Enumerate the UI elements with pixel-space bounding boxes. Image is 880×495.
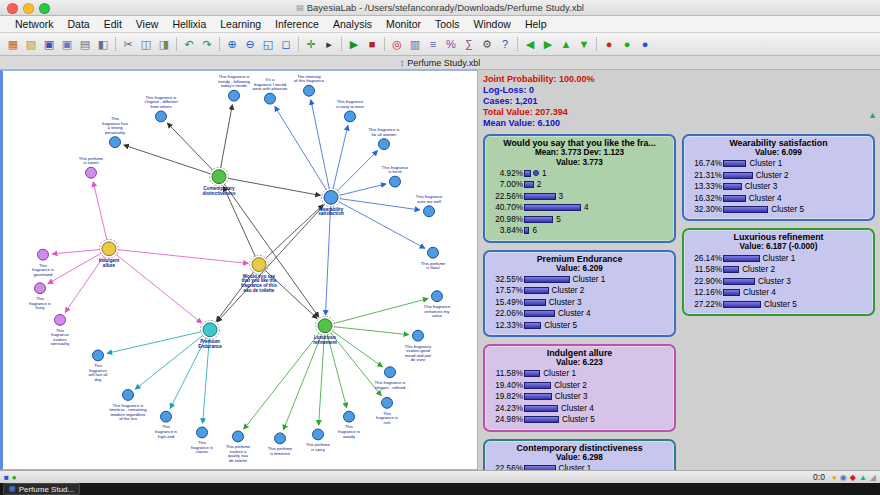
monitor-state-row[interactable]: 32.30%Cluster 5	[688, 204, 869, 216]
menu-inference[interactable]: Inference	[268, 18, 326, 30]
open-network-icon[interactable]: ▧	[22, 35, 40, 53]
node-p_feminine[interactable]	[275, 433, 286, 444]
node-p_easy[interactable]	[345, 111, 356, 122]
monitor-state-row[interactable]: 16.74%Cluster 1	[688, 158, 869, 170]
network-edge[interactable]	[228, 178, 320, 195]
monitor-box[interactable]: Wearability satisfactionValue: 6.09916.7…	[682, 134, 875, 221]
alert-icon[interactable]: ◆	[850, 473, 856, 482]
network-edge[interactable]	[311, 100, 329, 189]
node-p_sweet[interactable]	[86, 167, 97, 178]
paste-icon[interactable]: ◨	[155, 35, 173, 53]
monitor-box[interactable]: Luxurious refinementValue: 6.187 (-0.000…	[682, 228, 875, 315]
monitor-state-row[interactable]: 24.98%Cluster 5	[489, 414, 670, 426]
resize-grip-icon[interactable]: ◢	[870, 473, 876, 482]
menu-network[interactable]: Network	[8, 18, 61, 30]
network-edge[interactable]	[319, 335, 325, 425]
network-edge[interactable]	[203, 339, 210, 423]
monitor-state-row[interactable]: 3.84%6	[489, 225, 670, 237]
network-edge[interactable]	[327, 334, 346, 407]
monitor-state-row[interactable]: 16.32%Cluster 4	[688, 192, 869, 204]
menu-window[interactable]: Window	[467, 18, 518, 30]
network-edge[interactable]	[221, 105, 233, 168]
network-edge[interactable]	[334, 327, 409, 335]
monitor-state-row[interactable]: 22.06%Cluster 4	[489, 308, 670, 320]
probability-bar[interactable]	[524, 204, 581, 211]
pan-icon[interactable]: ✛	[302, 35, 320, 53]
monitor-state-row[interactable]: 19.82%Cluster 3	[489, 391, 670, 403]
probability-bar[interactable]	[723, 183, 742, 190]
network-edge[interactable]	[135, 335, 203, 389]
probability-bar[interactable]	[524, 299, 546, 306]
node-p_fresh[interactable]	[390, 176, 401, 187]
probability-bar[interactable]	[723, 160, 746, 167]
probability-bar[interactable]	[524, 465, 556, 470]
node-p_trendy[interactable]	[229, 90, 240, 101]
monitor-state-row[interactable]: 4.92%1	[489, 168, 670, 180]
node-p_original[interactable]	[156, 111, 167, 122]
monitor-icon[interactable]: ▥	[406, 35, 424, 53]
node-indulgent[interactable]	[102, 242, 116, 256]
probability-bar[interactable]	[524, 393, 552, 400]
menu-help[interactable]: Help	[518, 18, 554, 30]
network-edge[interactable]	[52, 250, 100, 254]
network-mode-icon[interactable]: ■	[4, 473, 9, 482]
probability-bar[interactable]	[524, 287, 549, 294]
menu-data[interactable]: Data	[61, 18, 97, 30]
monitor-state-row[interactable]: 32.55%Cluster 1	[489, 274, 670, 286]
menu-tools[interactable]: Tools	[428, 18, 467, 30]
node-contemporary[interactable]	[212, 170, 226, 184]
arrow-right-icon[interactable]: ▶	[539, 35, 557, 53]
menu-learning[interactable]: Learning	[213, 18, 268, 30]
arrow-up-icon[interactable]: ▲	[557, 35, 575, 53]
undo-icon[interactable]: ↶	[180, 35, 198, 53]
node-p_fruity[interactable]	[35, 283, 46, 294]
validation-mode-icon[interactable]: ●	[12, 473, 17, 482]
node-p_allwomen[interactable]	[379, 139, 390, 150]
monitor-state-row[interactable]: 22.56%Cluster 1	[489, 463, 670, 471]
node-p_strong[interactable]	[110, 137, 121, 148]
menu-analysis[interactable]: Analysis	[326, 18, 379, 30]
print-icon[interactable]: ▤	[76, 35, 94, 53]
new-network-icon[interactable]: ▦	[4, 35, 22, 53]
node-p_highend[interactable]	[161, 411, 172, 422]
zoom-actual-icon[interactable]: ◻	[277, 35, 295, 53]
magnifier-icon[interactable]: ◉	[840, 473, 847, 482]
node-p_lastall[interactable]	[93, 350, 104, 361]
network-edge[interactable]	[337, 151, 377, 191]
node-wearability[interactable]	[324, 190, 338, 204]
network-edge[interactable]	[334, 299, 428, 324]
monitor-state-row[interactable]: 27.22%Cluster 5	[688, 298, 869, 310]
node-p_intensity[interactable]	[304, 85, 315, 96]
network-edge[interactable]	[124, 145, 210, 174]
panel-toggle-icon[interactable]: ▲	[859, 473, 867, 482]
gear-icon[interactable]: ⚙	[478, 35, 496, 53]
node-premium[interactable]	[203, 323, 217, 337]
network-edge[interactable]	[224, 184, 319, 317]
node-p_classic[interactable]	[197, 427, 208, 438]
probability-bar[interactable]	[524, 322, 541, 329]
network-edge[interactable]	[65, 256, 104, 312]
network-edge[interactable]	[217, 204, 325, 322]
percent-icon[interactable]: %	[442, 35, 460, 53]
node-p_elegant[interactable]	[385, 367, 396, 378]
probability-bar[interactable]	[524, 310, 555, 317]
node-p_floral[interactable]	[428, 247, 439, 258]
arrow-down-icon[interactable]: ▼	[575, 35, 593, 53]
menu-view[interactable]: View	[129, 18, 166, 30]
zoom-window-button[interactable]	[39, 3, 50, 14]
save-all-icon[interactable]: ▣	[58, 35, 76, 53]
node-p_goodmood[interactable]	[413, 330, 424, 341]
redo-icon[interactable]: ↷	[198, 35, 216, 53]
monitor-state-row[interactable]: 21.31%Cluster 2	[688, 169, 869, 181]
help-icon[interactable]: ?	[496, 35, 514, 53]
probability-bar[interactable]	[524, 181, 534, 188]
node-p_timeless[interactable]	[123, 389, 134, 400]
probability-bar[interactable]	[723, 278, 755, 285]
arrow-left-icon[interactable]: ◀	[521, 35, 539, 53]
probability-bar[interactable]	[524, 382, 551, 389]
cut-icon[interactable]: ✂	[119, 35, 137, 53]
network-edge[interactable]	[244, 333, 320, 429]
network-edge[interactable]	[340, 199, 420, 210]
monitor-state-row[interactable]: 24.23%Cluster 4	[489, 403, 670, 415]
sum-icon[interactable]: ∑	[460, 35, 478, 53]
